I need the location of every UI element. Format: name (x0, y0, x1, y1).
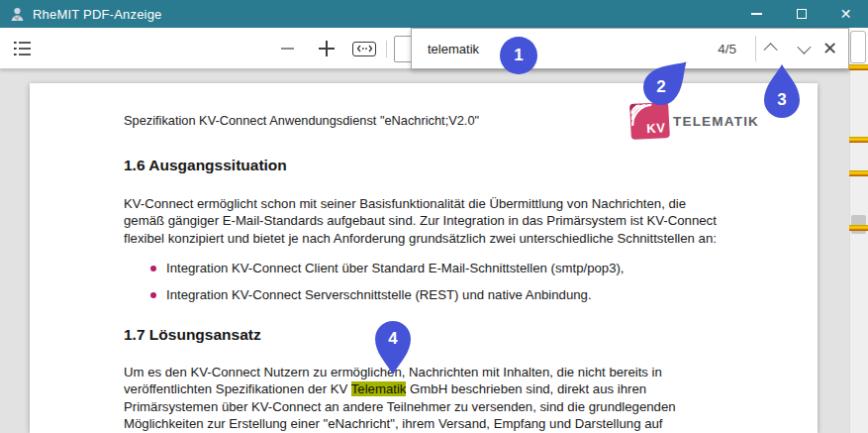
section-heading-1-7: 1.7 Lösungsansatz (124, 326, 261, 344)
annotation-badge-2: 2 (641, 67, 681, 127)
search-match-marker (849, 225, 868, 231)
maximize-icon (797, 9, 807, 19)
zoom-out-button[interactable] (273, 28, 301, 69)
pdf-page: Spezifikation KV-Connect Anwendungsdiens… (30, 83, 818, 433)
text-segment: veröffentlichten Spezifikationen der KV (124, 381, 351, 396)
app-logo-icon (9, 6, 26, 23)
close-find-icon: ✕ (822, 38, 837, 59)
annotation-badge-1: 1 (500, 37, 537, 74)
fit-width-button[interactable] (348, 28, 380, 69)
bullet-icon (150, 292, 156, 298)
bullet-text: Integration KV-Connect Client über Stand… (166, 261, 625, 275)
toolbar-separator (386, 41, 387, 57)
annotation-badge-3: 3 (762, 80, 802, 140)
document-header-line: Spezifikation KV-Connect Anwendungsdiens… (124, 113, 479, 128)
badge-number: 2 (656, 77, 665, 97)
paragraph-line: KV-Connect ermöglicht schon mit seiner B… (124, 195, 717, 212)
badge-number: 3 (777, 90, 786, 110)
list-item: Integration KV-Connect Serverschnittstel… (150, 287, 592, 302)
find-close-button[interactable]: ✕ (818, 28, 848, 69)
bullet-text: Integration KV-Connect Serverschnittstel… (166, 287, 592, 302)
paragraph-line: Möglichkeiten zur Erstellung einer "eNac… (124, 415, 676, 432)
paragraph-line: flexibel konzipiert und bietet je nach A… (124, 230, 717, 247)
chevron-down-icon (797, 41, 811, 54)
annotation-badge-4: 4 (373, 319, 413, 379)
zoom-in-button[interactable] (313, 28, 340, 69)
vertical-scrollbar[interactable] (849, 69, 868, 433)
maximize-button[interactable] (779, 0, 823, 28)
fit-width-icon (352, 42, 376, 56)
logo-telematik-text: TELEMATIK (673, 114, 759, 129)
badge-number: 4 (388, 329, 397, 349)
minus-icon (281, 48, 294, 50)
paragraph-line: gemäß gängiger E-Mail-Standards aufgebau… (124, 212, 717, 229)
scrollbar-top-box[interactable] (850, 31, 866, 63)
find-input[interactable]: telematik (428, 42, 479, 56)
paragraph-line: veröffentlichten Spezifikationen der KV … (124, 380, 676, 397)
close-icon: ✕ (840, 7, 852, 21)
outline-sidebar-toggle-button[interactable] (13, 41, 33, 56)
search-match-marker (849, 170, 868, 176)
plus-icon (319, 41, 335, 56)
text-segment: GmbH beschrieben sind, direkt aus ihren (406, 381, 646, 396)
list-item: Integration KV-Connect Client über Stand… (150, 261, 625, 275)
chevron-up-icon (763, 43, 777, 56)
section-heading-1-6: 1.6 Ausgangssituation (124, 157, 287, 174)
minimize-button[interactable] (734, 0, 779, 28)
highlighted-search-match: Telematik (351, 381, 407, 396)
search-match-marker (849, 137, 868, 143)
minimize-icon (751, 13, 762, 15)
window-title: RheMIT PDF-Anzeige (33, 7, 162, 22)
titlebar: RheMIT PDF-Anzeige ✕ (0, 0, 868, 28)
paragraph-line: Primärsystemen über KV-Connect an andere… (124, 398, 676, 415)
bullet-icon (150, 266, 156, 271)
match-counter: 4/5 (718, 42, 736, 56)
close-button[interactable]: ✕ (823, 0, 868, 28)
search-match-marker (849, 64, 868, 70)
paragraph-ausgangssituation: KV-Connect ermöglicht schon mit seiner B… (124, 195, 717, 247)
